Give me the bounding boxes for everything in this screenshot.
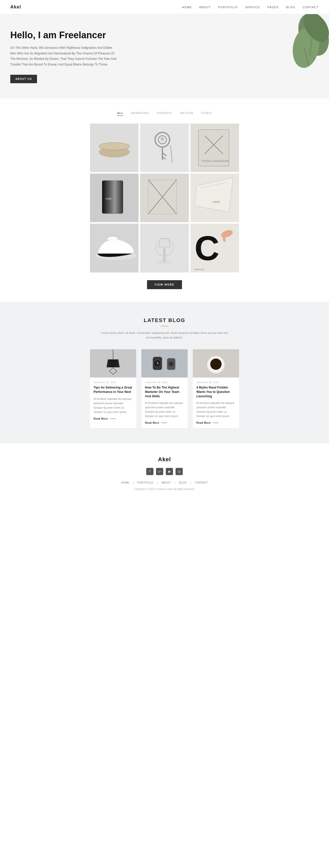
hero-description: On The Other Hand, We Denounce With Righ… [10,45,118,67]
svg-marker-33 [158,239,171,247]
filter-graphic[interactable]: GRAPHIC [157,112,173,116]
blog-card-3: JANUARY 28, 2020 4 Myths Rand Fishkin Wa… [193,349,239,428]
blog-title-1: Tips for Delivering a Great Performance … [94,385,132,394]
box-image [140,174,189,222]
bag-image: muki [90,174,139,222]
footer-logo: Akel [5,456,324,463]
portfolio-item-paper[interactable]: muki [190,174,239,222]
book-image: FROM.CLASSWORK [190,124,239,172]
blog-body-3: JANUARY 28, 2020 4 Myths Rand Fishkin Wa… [193,377,239,428]
blog-section: LATEST BLOG Lorem ipsum dolor sit amet, … [0,302,329,443]
blog-body-1: JANUARY 28, 2020 Tips for Delivering a G… [90,377,136,424]
nav-about[interactable]: ABOUT [199,6,211,9]
read-more-1[interactable]: Read More [94,417,132,420]
portfolio-item-shoe[interactable] [90,224,139,272]
svg-text:muki: muki [213,200,220,204]
portfolio-item-box-2[interactable] [140,174,189,222]
bowl-image [90,124,139,172]
nav-blog[interactable]: BLOG [286,6,296,9]
footer-link-portfolio[interactable]: PORTFOLIO [138,481,153,484]
plant-icon [272,14,329,96]
lamp-image [140,224,189,272]
footer-links: HOME • PORTFOLIO • ABOUT • BLOG • CONTAC… [5,481,324,484]
blog-section-title: LATEST BLOG [8,317,321,323]
blog-text-2: At tincidunt vulputate dis natoque partu… [145,401,184,418]
read-more-2[interactable]: Read More [145,422,184,424]
blog-image-1 [90,349,136,377]
svg-marker-42 [109,360,117,367]
social-instagram[interactable]: ◎ [176,468,183,475]
about-us-button[interactable]: ABOUT US [10,75,37,83]
hero-content: Hello, I am Freelancer On The Other Hand… [10,30,118,83]
social-icons: f g+ ▶ ◎ [5,468,324,475]
filter-tabs: ALL BRANDING GRAPHIC DESIGN VIDEO [5,112,324,116]
svg-point-57 [210,359,221,370]
keys-image [140,124,189,172]
svg-rect-45 [141,349,188,377]
blog-title-2: How To Be The Highest Marketer On Your T… [145,385,184,398]
footer-copyright: Copyright © 2022.Company name All rights… [5,488,324,491]
shoe-image [90,224,139,272]
portfolio-item-type[interactable]: C TypeFace [190,224,239,272]
navbar: Akel HOME ABOUT PORTFOLIO SERVICE PAGES … [0,0,329,14]
filter-all[interactable]: ALL [117,112,123,116]
footer-link-home[interactable]: HOME [121,481,129,484]
view-more-button[interactable]: VIEW MORE [147,280,182,289]
filter-video[interactable]: VIDEO [201,112,212,116]
hero-title: Hello, I am Freelancer [10,30,118,40]
blog-text-3: At tincidunt vulputate dis natoque partu… [197,401,235,418]
blog-card-1: JANUARY 28, 2020 Tips for Delivering a G… [90,349,136,428]
svg-rect-31 [163,248,166,262]
nav-home[interactable]: HOME [182,6,192,9]
read-more-line-1 [110,418,116,419]
svg-text:muki: muki [106,197,112,200]
blog-title-3: 4 Myths Rand Fishkin Wants You to Questi… [197,385,235,398]
hero-plant-decoration [257,14,329,99]
portfolio-section: ALL BRANDING GRAPHIC DESIGN VIDEO [0,99,329,302]
blog-date-1: JANUARY 28, 2020 [94,381,132,384]
svg-text:C: C [194,229,219,267]
nav-logo[interactable]: Akel [10,4,21,10]
nav-pages[interactable]: PAGES [267,6,279,9]
read-more-line-2 [161,423,167,423]
section-divider [161,326,168,327]
footer-link-about[interactable]: ABOUT [161,481,171,484]
social-facebook[interactable]: f [146,468,153,475]
nav-portfolio[interactable]: PORTFOLIO [218,6,238,9]
blog-grid: JANUARY 28, 2020 Tips for Delivering a G… [90,349,239,428]
svg-line-14 [167,145,177,162]
social-google[interactable]: g+ [156,468,163,475]
blog-section-subtitle: Lorem ipsum dolor sit amet, consectetur … [100,331,229,340]
footer-link-blog[interactable]: BLOG [179,481,187,484]
portfolio-item-book[interactable]: FROM.CLASSWORK [190,124,239,172]
social-youtube[interactable]: ▶ [166,468,173,475]
nav-contact[interactable]: CONTACT [302,6,319,9]
portfolio-item-bag[interactable]: muki [90,174,139,222]
blog-date-3: JANUARY 28, 2020 [197,381,235,384]
hero-section: Hello, I am Freelancer On The Other Hand… [0,14,329,99]
portfolio-item-bowl[interactable] [90,124,139,172]
nav-links: HOME ABOUT PORTFOLIO SERVICE PAGES BLOG … [182,5,319,9]
nav-service[interactable]: SERVICE [245,6,260,9]
blog-image-3 [193,349,239,377]
portfolio-item-lamp[interactable] [140,224,189,272]
portfolio-item-keys[interactable] [140,124,189,172]
blog-card-2: JANUARY 28, 2020 How To Be The Highest M… [141,349,188,428]
blog-date-2: JANUARY 28, 2020 [145,381,184,384]
svg-rect-21 [102,181,123,213]
footer: Akel f g+ ▶ ◎ HOME • PORTFOLIO • ABOUT •… [0,443,329,498]
svg-text:FROM.CLASSWORK: FROM.CLASSWORK [202,159,229,162]
svg-text:TypeFace: TypeFace [193,268,204,271]
typography-image: C TypeFace [190,224,239,272]
svg-point-13 [161,137,164,141]
filter-design[interactable]: DESIGN [180,112,193,116]
svg-point-53 [169,362,173,366]
blog-text-1: At tincidunt vulputate dis natoque partu… [94,397,132,414]
filter-branding[interactable]: BRANDING [131,112,149,116]
blog-body-2: JANUARY 28, 2020 How To Be The Highest M… [141,377,188,428]
footer-link-contact[interactable]: CONTACT [195,481,208,484]
read-more-3[interactable]: Read More [197,422,235,424]
portfolio-grid: FROM.CLASSWORK [90,124,239,273]
paper-image: muki [190,174,239,222]
svg-point-58 [211,361,215,363]
